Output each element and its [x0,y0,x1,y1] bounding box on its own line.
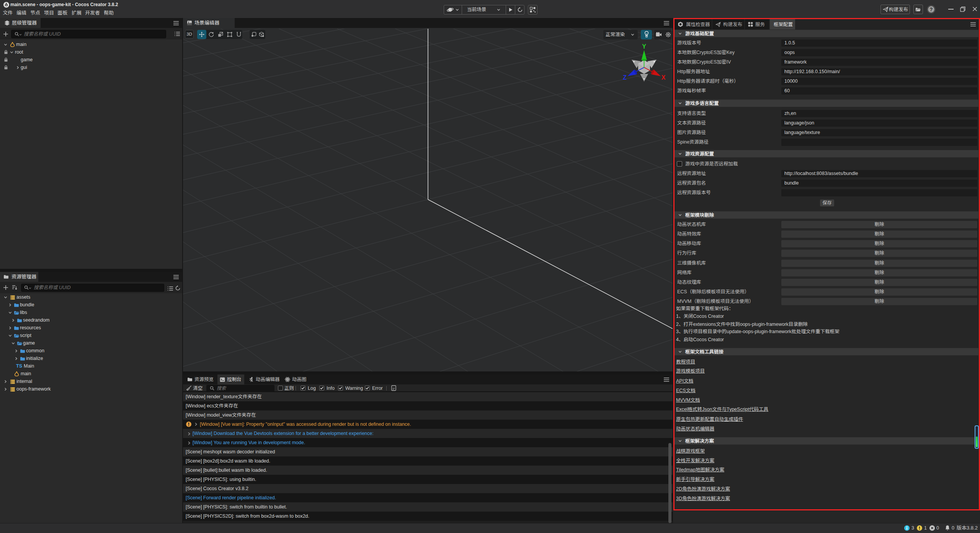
svg-text:?: ? [930,7,933,12]
svg-text:X: X [662,74,666,81]
svg-text:Z: Z [623,74,627,81]
svg-text:Y: Y [642,44,646,50]
